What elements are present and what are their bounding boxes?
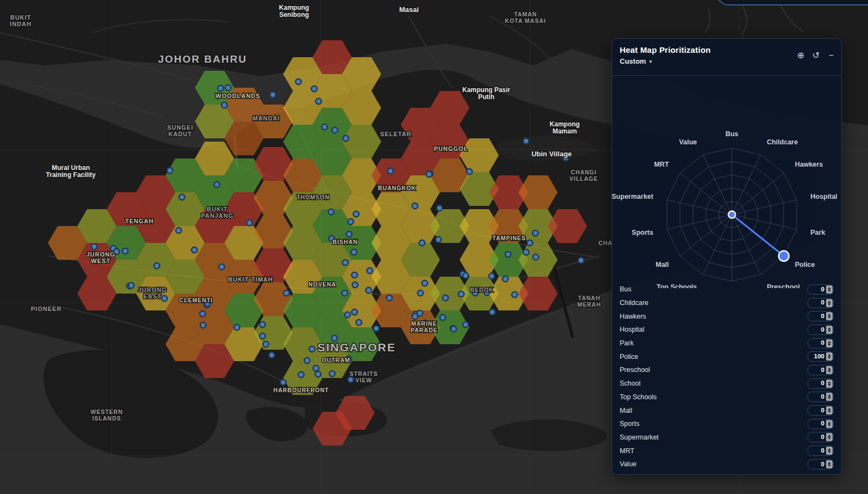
spinner-control[interactable] [826, 393, 833, 401]
spinner-down-icon[interactable] [828, 465, 831, 467]
spinner-control[interactable] [826, 339, 833, 347]
weight-input-mall[interactable]: 0 [808, 405, 834, 416]
spinner-down-icon[interactable] [828, 384, 831, 386]
spinner-up-icon[interactable] [828, 301, 831, 303]
weight-input-mrt[interactable]: 0 [808, 446, 834, 456]
radar-point-police[interactable] [779, 251, 789, 261]
weight-value[interactable]: 0 [808, 380, 826, 387]
spinner-up-icon[interactable] [828, 422, 831, 424]
weight-value[interactable]: 0 [808, 300, 826, 306]
spinner-up-icon[interactable] [828, 394, 831, 397]
weight-label: Preschool [620, 366, 808, 374]
weight-row: Top Schools0 [612, 391, 841, 404]
weight-input-school[interactable]: 0 [808, 379, 834, 389]
weight-value[interactable]: 100 [808, 353, 826, 360]
weight-input-bus[interactable]: 0 [808, 284, 834, 295]
spinner-up-icon[interactable] [828, 435, 831, 437]
reset-icon[interactable]: ↺ [811, 51, 821, 60]
weight-value[interactable]: 0 [808, 327, 826, 333]
spinner-down-icon[interactable] [828, 451, 831, 453]
station-dot [234, 325, 240, 330]
spinner-control[interactable] [826, 312, 833, 320]
weight-value[interactable]: 0 [808, 286, 826, 293]
map-label: BUKIT TIMAH [228, 276, 273, 283]
spinner-down-icon[interactable] [828, 344, 831, 346]
weight-row: School0 [612, 377, 841, 391]
station-dot [342, 290, 347, 296]
weight-value[interactable]: 0 [808, 313, 826, 320]
weight-input-childcare[interactable]: 0 [808, 298, 834, 308]
weight-input-value[interactable]: 0 [808, 459, 834, 469]
weight-input-preschool[interactable]: 0 [808, 365, 834, 375]
spinner-up-icon[interactable] [828, 462, 831, 464]
station-dot [412, 203, 418, 209]
spinner-up-icon[interactable] [828, 327, 831, 330]
spinner-down-icon[interactable] [828, 330, 831, 332]
weight-input-police[interactable]: 100 [808, 351, 834, 362]
spinner-control[interactable] [826, 460, 833, 468]
station-dot [311, 86, 317, 92]
spinner-up-icon[interactable] [828, 368, 831, 370]
minimize-icon[interactable]: − [827, 51, 836, 60]
spinner-control[interactable] [826, 420, 833, 428]
spinner-down-icon[interactable] [828, 437, 831, 440]
station-dot [247, 220, 252, 225]
search-bar-partial[interactable] [717, 0, 868, 5]
spinner-control[interactable] [826, 326, 833, 334]
radar-point-center[interactable] [729, 211, 736, 218]
spinner-control[interactable] [826, 380, 833, 388]
spinner-control[interactable] [826, 406, 833, 414]
weight-input-park[interactable]: 0 [808, 338, 834, 349]
map-label: SELETAR [380, 131, 412, 137]
station-dot [222, 102, 227, 108]
spinner-control[interactable] [826, 447, 833, 455]
preset-dropdown[interactable]: Custom ▾ [620, 57, 652, 65]
station-dot [345, 312, 350, 318]
weight-value[interactable]: 0 [808, 340, 826, 346]
spinner-up-icon[interactable] [828, 287, 831, 289]
weight-value[interactable]: 0 [808, 461, 826, 468]
weight-value[interactable]: 0 [808, 394, 826, 400]
spinner-up-icon[interactable] [828, 381, 831, 383]
spinner-up-icon[interactable] [828, 408, 831, 410]
spinner-down-icon[interactable] [828, 370, 831, 373]
target-icon[interactable]: ⊕ [796, 51, 805, 60]
spinner-up-icon[interactable] [828, 341, 831, 343]
weight-input-hawkers[interactable]: 0 [808, 311, 834, 321]
weight-input-sports[interactable]: 0 [808, 419, 834, 429]
spinner-down-icon[interactable] [828, 411, 831, 413]
map-label: BEDOK [470, 286, 494, 293]
weight-value[interactable]: 0 [808, 448, 826, 454]
weight-label: Park [620, 339, 808, 347]
station-dot [280, 380, 286, 385]
spinner-down-icon[interactable] [828, 424, 831, 426]
spinner-up-icon[interactable] [828, 354, 831, 356]
weight-row: Childcare0 [612, 296, 841, 310]
spinner-control[interactable] [826, 352, 833, 361]
station-dot [214, 182, 219, 187]
spinner-down-icon[interactable] [828, 290, 831, 292]
station-dot [332, 336, 337, 341]
spinner-down-icon[interactable] [828, 303, 831, 306]
weight-input-hospital[interactable]: 0 [808, 325, 834, 335]
map-label: OUTRAM [322, 357, 350, 363]
weight-input-supermarket[interactable]: 0 [808, 432, 834, 442]
weight-row: Sports0 [612, 417, 841, 431]
spinner-control[interactable] [826, 366, 833, 374]
station-dot [329, 371, 335, 376]
weight-value[interactable]: 0 [808, 407, 826, 414]
weight-value[interactable]: 0 [808, 367, 826, 374]
spinner-up-icon[interactable] [828, 448, 831, 450]
spinner-control[interactable] [826, 299, 833, 307]
station-dot [263, 341, 268, 347]
spinner-down-icon[interactable] [828, 397, 831, 399]
spinner-down-icon[interactable] [828, 357, 831, 359]
weight-value[interactable]: 0 [808, 420, 826, 427]
weight-input-top-schools[interactable]: 0 [808, 392, 834, 402]
weight-value[interactable]: 0 [808, 434, 826, 441]
spinner-control[interactable] [826, 285, 833, 294]
spinner-control[interactable] [826, 433, 833, 441]
spinner-down-icon[interactable] [828, 316, 831, 319]
spinner-up-icon[interactable] [828, 314, 831, 316]
station-dot [348, 219, 353, 224]
